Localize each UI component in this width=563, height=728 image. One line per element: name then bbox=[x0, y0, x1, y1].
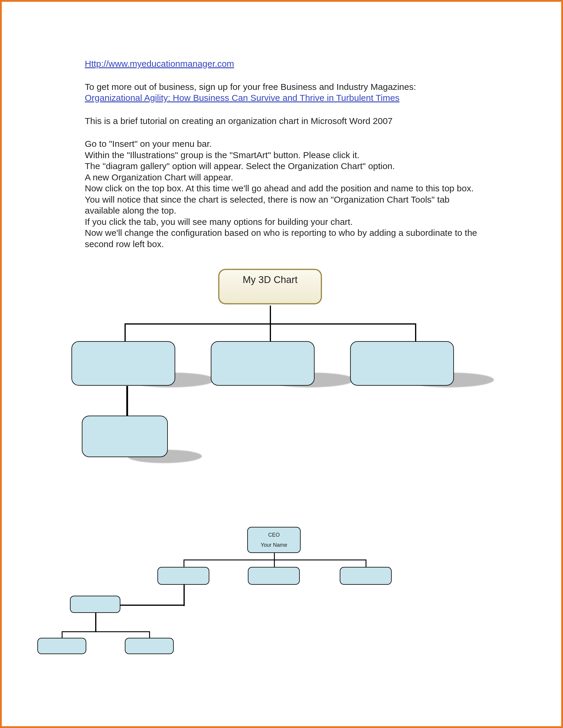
root-node-label: My 3D Chart bbox=[243, 274, 297, 286]
org-chart-large: My 3D Chart bbox=[64, 269, 494, 459]
steps-block: Go to "Insert" on your menu bar. Within … bbox=[85, 138, 482, 249]
connector bbox=[184, 585, 185, 606]
step-line: Within the "Illustrations" group is the … bbox=[85, 150, 482, 161]
org-node bbox=[71, 341, 175, 386]
connector bbox=[149, 631, 150, 638]
intro-text: This is a brief tutorial on creating an … bbox=[85, 115, 482, 127]
step-line: You will notice that since the chart is … bbox=[85, 194, 482, 216]
root-node: My 3D Chart bbox=[218, 269, 322, 304]
connector bbox=[62, 631, 150, 632]
org-chart-small: CEO Your Name bbox=[82, 527, 497, 646]
connector bbox=[270, 306, 271, 323]
step-line: Now we'll change the configuration based… bbox=[85, 227, 482, 249]
org-node bbox=[340, 567, 392, 585]
org-node bbox=[37, 638, 86, 654]
org-node bbox=[82, 416, 168, 457]
text-content: Http://www.myeducationmanager.com To get… bbox=[85, 58, 482, 249]
connector bbox=[184, 559, 366, 560]
connector bbox=[415, 323, 416, 341]
connector bbox=[184, 559, 185, 567]
connector bbox=[274, 559, 275, 567]
step-line: Now click on the top box. At this time w… bbox=[85, 183, 482, 194]
step-line: The "diagram gallery" option will appear… bbox=[85, 160, 482, 172]
org-node bbox=[211, 341, 314, 386]
org-node bbox=[125, 638, 174, 654]
connector bbox=[365, 559, 366, 567]
signup-text: To get more out of business, sign up for… bbox=[85, 82, 416, 92]
connector bbox=[126, 386, 128, 416]
connector bbox=[270, 323, 271, 341]
org-node bbox=[158, 567, 209, 585]
step-line: Go to "Insert" on your menu bar. bbox=[85, 138, 482, 150]
ceo-node: CEO Your Name bbox=[247, 527, 300, 553]
connector bbox=[274, 553, 275, 559]
step-line: A new Organization Chart will appear. bbox=[85, 172, 482, 183]
connector bbox=[125, 323, 126, 341]
ceo-title: CEO bbox=[268, 532, 280, 538]
document-page: Http://www.myeducationmanager.com To get… bbox=[0, 0, 563, 728]
org-node bbox=[248, 567, 300, 585]
article-link[interactable]: Organizational Agility: How Business Can… bbox=[85, 93, 400, 103]
connector bbox=[62, 631, 63, 638]
org-node bbox=[70, 596, 120, 613]
step-line: If you click the tab, you will see many … bbox=[85, 216, 482, 228]
ceo-name: Your Name bbox=[261, 542, 287, 549]
site-url-link[interactable]: Http://www.myeducationmanager.com bbox=[85, 59, 234, 69]
org-node bbox=[350, 341, 454, 386]
